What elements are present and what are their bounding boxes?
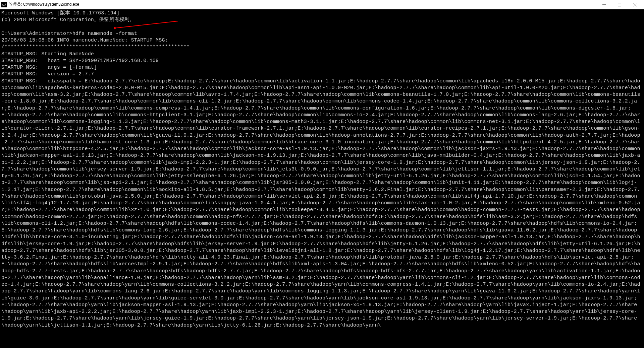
maximize-button[interactable] (612, 0, 627, 9)
minimize-button[interactable] (596, 0, 612, 9)
window-title: 管理员: C:\Windows\system32\cmd.exe (9, 2, 596, 7)
window-controls (596, 0, 643, 9)
header-line2: (c) 2018 Microsoft Corporation。保留所有权利。 (1, 17, 135, 23)
window-titlebar: C:\ 管理员: C:\Windows\system32\cmd.exe (0, 0, 644, 9)
log-classpath: E:\hadoop-2.7.7\etc\hadoop;E:\hadoop-2.7… (1, 78, 640, 328)
svg-rect-1 (618, 3, 621, 6)
log-msg-version: STARTUP_MSG: version = 2.7.7 (1, 71, 94, 77)
prompt-command: hdfs namenode -format (72, 31, 137, 37)
log-msg-args: STARTUP_MSG: args = [-format] (1, 65, 97, 70)
log-msg-start: STARTUP_MSG: Starting NameNode (1, 51, 94, 57)
header-line1: Microsoft Windows [版本 10.0.17763.194] (1, 10, 119, 16)
prompt-path: C:\Users\Administrator> (1, 31, 72, 37)
cmd-icon: C:\ (1, 2, 7, 7)
close-button[interactable] (627, 0, 643, 9)
log-msg-host: STARTUP_MSG: host = SKY-20190717MSP/192.… (1, 58, 159, 64)
log-classpath-label: STARTUP_MSG: classpath = (1, 78, 85, 84)
log-divider: /***************************************… (1, 44, 190, 50)
terminal-output[interactable]: Microsoft Windows [版本 10.0.17763.194] (c… (0, 9, 644, 348)
log-timestamp: 20/06/03 15:08:06 INFO namenode.NameNode… (1, 38, 168, 43)
